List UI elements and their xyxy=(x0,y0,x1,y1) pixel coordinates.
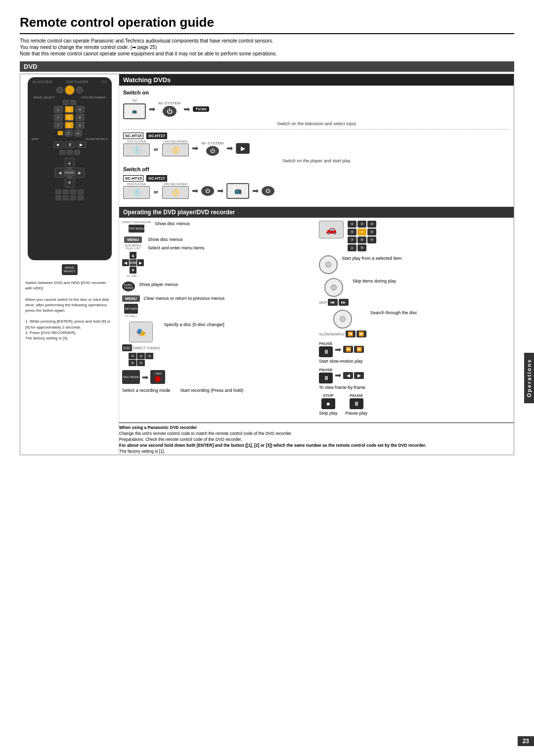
operating-header: Operating the DVD player/DVD recorder xyxy=(119,207,514,218)
arrow-frame: ➡ xyxy=(335,371,341,380)
operating-right: 🚗 ① ② ③ ④ ⑤ ⑥ ⑦ ⑧ xyxy=(319,221,511,416)
intro-line-2: You may need to change the remote contro… xyxy=(20,45,514,50)
intro-line-3: Note that this remote control cannot ope… xyxy=(20,51,514,56)
frame-by-frame-desc: To view frame-by-frame xyxy=(319,384,511,391)
pause-button-2[interactable]: ⏸ xyxy=(319,373,333,383)
specify-disc-desc: Specify a disc [5-disc changer] xyxy=(164,322,314,328)
arrow-4: ➡ xyxy=(226,143,233,153)
switch-off-title: Switch off xyxy=(123,166,510,172)
arrow-5: ➡ xyxy=(192,186,198,195)
show-disc-menus-1-desc: Show disc menus xyxy=(155,221,314,227)
pause-btn-group-2: PAUSE ⏸ xyxy=(319,368,333,383)
footer-line-3: For about one second hold down both [ENT… xyxy=(119,443,426,448)
disc-changer-row: 🎭 DSC DIRECT TUNING ① ② xyxy=(122,322,314,366)
operations-tab: Operations xyxy=(524,353,534,403)
stop-button[interactable]: ■ xyxy=(321,398,335,409)
sc-ht15-badge: SC-HT15 xyxy=(123,133,143,139)
start-play-selected-desc: Start play from a selected item xyxy=(342,255,511,262)
av-power-off-2: ⏻ xyxy=(262,186,274,196)
operating-left: DIRECT NAVIGATOR TOP MENU Show disc menu… xyxy=(122,221,314,416)
arrow-3: ➡ xyxy=(192,143,198,153)
dvd-off-icon: 💿 xyxy=(123,186,150,199)
arrow-1: ➡ xyxy=(149,104,155,114)
operating-body: DIRECT NAVIGATOR TOP MENU Show disc menu… xyxy=(119,218,514,419)
pause-button-3[interactable]: ⏸ xyxy=(350,398,363,409)
arrow-rec: ➡ xyxy=(142,373,148,382)
av-power-off: ⏻ xyxy=(201,186,214,196)
search-row: SLOW/SEARCH ⏪ ⏩ Search through the disc xyxy=(319,310,511,337)
footer-note: When using a Panasonic DVD recorder Chan… xyxy=(119,423,514,454)
start-recording-label: Start recording (Press and hold) xyxy=(180,388,244,393)
content-column: Watching DVDs Switch on TV 📺 ➡ AV SYSTEM… xyxy=(119,74,514,455)
page-number: 23 xyxy=(518,736,534,746)
remote-side-notes: Switch between DVD and HDD [DVD recorder… xyxy=(23,278,116,343)
rec-row: REC MODE ➡ – REC xyxy=(122,370,314,384)
disc-search-icon xyxy=(333,310,352,329)
tv-off-icon: 📺 xyxy=(226,183,249,199)
footer-line-1: Change the unit's remote control code to… xyxy=(119,431,514,436)
watching-body: Switch on TV 📺 ➡ AV SYSTEM ⏻ ➡ xyxy=(119,86,514,205)
show-disc-menus-2-desc: Show disc menus xyxy=(148,236,205,243)
remote-control-column: AV SYSTEM DVD PLAYER TV DRIVE SELECT DVD… xyxy=(20,74,119,455)
remote-control-image: AV SYSTEM DVD PLAYER TV DRIVE SELECT DVD… xyxy=(28,77,112,260)
player-start-caption: Switch on the player and start play xyxy=(123,158,510,163)
switch-on-caption: Switch on the television and select inpu… xyxy=(123,121,510,126)
watching-header: Watching DVDs xyxy=(119,74,514,86)
sc-ht17-badge: SC-HT17 xyxy=(146,133,167,139)
top-menu-row: DIRECT NAVIGATOR TOP MENU Show disc menu… xyxy=(122,221,314,233)
select-recording-label: Select a recording mode xyxy=(122,388,171,393)
arrow-2: ➡ xyxy=(183,104,190,114)
stop-play-label: Stop play xyxy=(319,411,338,416)
select-enter-desc: Select and enter menu items xyxy=(148,245,205,251)
sc-ht15-badge-2: SC-HT15 xyxy=(123,175,143,182)
disc-icon xyxy=(319,255,338,274)
arrow-7: ➡ xyxy=(252,186,259,195)
car-with-disc-icon: 🚗 xyxy=(319,221,344,238)
pause-btn-group: PAUSE ⏸ xyxy=(319,341,333,357)
skip-items-desc: Skip items during play xyxy=(353,278,511,284)
dvd-rec-off-icon: 📀 xyxy=(162,186,189,199)
page-title: Remote control operation guide xyxy=(20,15,514,34)
footer-title: When using a Panasonic DVD recorder xyxy=(119,425,197,430)
clear-menus-desc: Clear menus or return to previous menus xyxy=(144,295,314,302)
stop-btn-group: STOP ■ Stop play xyxy=(319,393,338,416)
skip-items-row: SKIP ⏮ ⏭ Skip items during play xyxy=(319,278,511,306)
menu-btn-2[interactable]: MENU xyxy=(122,295,140,302)
arrow-slow: ➡ xyxy=(335,345,341,354)
menu-nav-row: MENU SUB MENU/PLAY LIST ▲ ◀ ENTER ▶ xyxy=(122,236,314,278)
footer-line-2: Preparations: Check the remote control c… xyxy=(119,437,514,442)
show-player-menus-desc: Show player menus xyxy=(139,282,314,288)
arrow-6: ➡ xyxy=(217,186,223,195)
switch-on-flow: TV 📺 ➡ AV SYSTEM ⏻ ➡ TV/AV xyxy=(123,98,510,119)
frame-by-frame-row: PAUSE ⏸ ➡ ◀ ▶ To view frame-by-frame xyxy=(319,368,511,391)
tv-av-btn[interactable]: TV/AV xyxy=(193,106,209,112)
functions-icon[interactable]: FUNCTIONS xyxy=(122,282,135,291)
pause-button[interactable]: ⏸ xyxy=(319,346,333,357)
intro-line-1: This remote control can operate Panasoni… xyxy=(20,38,514,44)
dvd-recorder-icon: 📀 xyxy=(162,143,189,156)
play-btn-icon[interactable]: ▶ xyxy=(236,143,250,154)
footer-line-4: The factory setting is [1]. xyxy=(119,449,514,454)
disc-changer-icon: 🎭 xyxy=(129,322,153,342)
tv-icon: 📺 xyxy=(123,103,146,119)
pause-play-label: Pause play xyxy=(346,411,368,416)
sc-ht17-badge-2: SC-HT17 xyxy=(146,175,167,182)
or-label-2: or xyxy=(154,189,158,194)
disc-skip-icon xyxy=(324,278,343,297)
switch-off-flow: DVD PLAYER 💿 or DVD RECORDER 📀 ➡ ⏻ ➡ 📺 ➡… xyxy=(123,183,510,199)
return-row: MENU RETURN TV VOL+ Clear menus or retur… xyxy=(122,295,314,318)
dvd-player-icon: 💿 xyxy=(123,143,150,156)
dvd-section-header: DVD xyxy=(20,61,514,72)
slow-motion-desc: Start slow-motion play xyxy=(319,358,511,365)
start-play-selected-row: Start play from a selected item xyxy=(319,255,511,274)
pause-btn-group-3: PAUSE ⏸ Pause play xyxy=(346,393,368,416)
divider-1 xyxy=(123,129,510,130)
search-desc: Search through the disc xyxy=(370,310,511,316)
or-label-1: or xyxy=(154,147,158,152)
functions-row: FUNCTIONS Show player menus xyxy=(122,282,314,291)
player-start-flow: DVD PLAYER 💿 or DVD RECORDER 📀 xyxy=(123,140,510,156)
stop-pause-row: STOP ■ Stop play PAUSE ⏸ Pause play xyxy=(319,393,511,416)
switch-on-title: Switch on xyxy=(123,90,510,95)
dvd-section: AV SYSTEM DVD PLAYER TV DRIVE SELECT DVD… xyxy=(20,74,514,455)
menu-btn[interactable]: MENU xyxy=(124,236,142,243)
